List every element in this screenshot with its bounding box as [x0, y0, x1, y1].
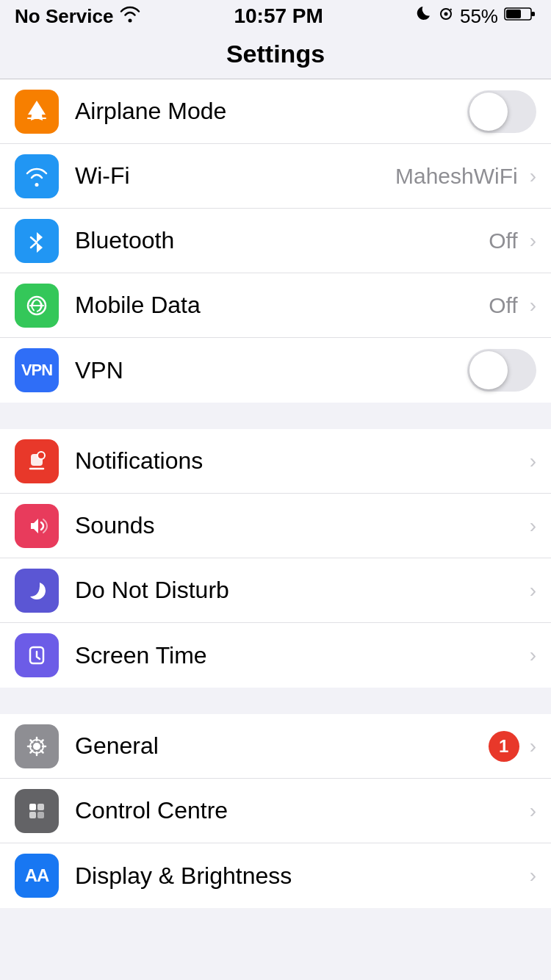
- bluetooth-chevron: ›: [530, 229, 536, 253]
- status-time: 10:57 PM: [234, 4, 323, 28]
- vpn-icon: VPN: [15, 348, 59, 392]
- row-notifications[interactable]: Notifications ›: [0, 429, 551, 494]
- display-brightness-icon: AA: [15, 854, 59, 898]
- svg-point-7: [37, 452, 45, 459]
- battery-percentage: 55%: [460, 5, 498, 28]
- display-brightness-label: Display & Brightness: [75, 862, 527, 890]
- wifi-chevron: ›: [530, 165, 536, 188]
- row-control-centre[interactable]: Control Centre ›: [0, 779, 551, 843]
- svg-rect-4: [506, 10, 521, 18]
- row-general[interactable]: General 1 ›: [0, 714, 551, 779]
- mobile-data-value: Off: [489, 293, 517, 318]
- vpn-toggle[interactable]: [467, 349, 536, 392]
- mobile-data-label: Mobile Data: [75, 292, 489, 319]
- gap-2: [0, 688, 551, 714]
- svg-rect-11: [29, 804, 36, 810]
- mobile-data-chevron: ›: [530, 294, 536, 317]
- svg-rect-13: [29, 812, 36, 818]
- screen-time-icon: [15, 633, 59, 677]
- row-mobile-data[interactable]: Mobile Data Off ›: [0, 273, 551, 338]
- vpn-knob: [469, 351, 508, 389]
- display-brightness-chevron: ›: [530, 864, 536, 887]
- svg-rect-14: [37, 812, 44, 818]
- gap-1: [0, 403, 551, 429]
- do-not-disturb-icon: [15, 569, 59, 613]
- page-title: Settings: [226, 40, 325, 68]
- row-bluetooth[interactable]: Bluetooth Off ›: [0, 209, 551, 273]
- section-device: General 1 › Control Centre › AA Display …: [0, 714, 551, 908]
- control-centre-label: Control Centre: [75, 797, 527, 824]
- airplane-mode-icon: [15, 90, 59, 134]
- screen-time-chevron: ›: [530, 644, 536, 667]
- status-left: No Service: [15, 5, 141, 28]
- general-chevron: ›: [530, 735, 536, 758]
- battery-icon: [504, 5, 536, 27]
- vpn-label: VPN: [75, 357, 467, 384]
- row-vpn[interactable]: VPN VPN: [0, 338, 551, 403]
- general-icon: [15, 724, 59, 768]
- status-right: 55%: [416, 5, 536, 28]
- moon-status-icon: [416, 5, 432, 27]
- mobile-data-icon: [15, 284, 59, 328]
- sounds-icon: [15, 504, 59, 548]
- svg-point-1: [444, 12, 447, 16]
- row-do-not-disturb[interactable]: Do Not Disturb ›: [0, 558, 551, 623]
- bluetooth-label: Bluetooth: [75, 227, 489, 254]
- sounds-label: Sounds: [75, 512, 527, 539]
- control-centre-icon: [15, 789, 59, 833]
- row-sounds[interactable]: Sounds ›: [0, 494, 551, 558]
- lock-rotation-icon: [438, 5, 454, 27]
- control-centre-chevron: ›: [530, 799, 536, 823]
- do-not-disturb-chevron: ›: [530, 579, 536, 602]
- svg-point-9: [33, 743, 40, 750]
- bluetooth-value: Off: [489, 228, 517, 253]
- wifi-label: Wi-Fi: [75, 162, 395, 190]
- svg-rect-3: [531, 12, 535, 16]
- general-badge: 1: [489, 731, 519, 762]
- do-not-disturb-label: Do Not Disturb: [75, 577, 527, 604]
- row-screen-time[interactable]: Screen Time ›: [0, 623, 551, 688]
- status-bar: No Service 10:57 PM 55%: [0, 0, 551, 32]
- airplane-mode-label: Airplane Mode: [75, 98, 467, 125]
- airplane-mode-knob: [469, 93, 508, 131]
- row-airplane-mode[interactable]: Airplane Mode: [0, 79, 551, 144]
- notifications-label: Notifications: [75, 447, 527, 475]
- notifications-chevron: ›: [530, 450, 536, 473]
- airplane-mode-toggle[interactable]: [467, 90, 536, 133]
- general-label: General: [75, 732, 489, 760]
- svg-rect-12: [37, 804, 44, 810]
- carrier-text: No Service: [15, 5, 113, 28]
- section-system: Notifications › Sounds › Do Not Disturb …: [0, 429, 551, 688]
- bluetooth-icon: [15, 219, 59, 263]
- wifi-status-icon: [119, 5, 141, 28]
- notifications-icon: [15, 439, 59, 483]
- sounds-chevron: ›: [530, 514, 536, 538]
- wifi-value: MaheshWiFi: [395, 164, 518, 189]
- row-display-brightness[interactable]: AA Display & Brightness ›: [0, 843, 551, 908]
- section-connectivity: Airplane Mode Wi-Fi MaheshWiFi › Bluetoo…: [0, 79, 551, 403]
- row-wifi[interactable]: Wi-Fi MaheshWiFi ›: [0, 144, 551, 209]
- nav-header: Settings: [0, 32, 551, 79]
- screen-time-label: Screen Time: [75, 642, 527, 669]
- wifi-icon: [15, 154, 59, 198]
